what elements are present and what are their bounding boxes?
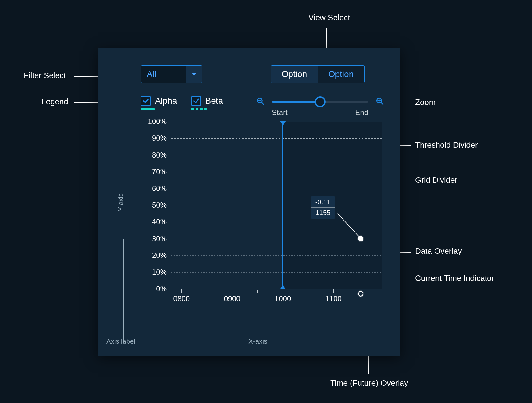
callout-legend: Legend: [42, 97, 68, 106]
y-tick-label: 90%: [136, 134, 167, 142]
y-tick-label: 10%: [136, 268, 167, 277]
x-tick-minor: [207, 290, 207, 293]
gridline: [171, 122, 382, 122]
x-tick-mark: [232, 289, 232, 293]
svg-line-4: [381, 102, 383, 105]
current-time-line: [282, 122, 283, 289]
svg-line-1: [261, 102, 264, 105]
y-tick-label: 100%: [136, 117, 167, 126]
legend-label-beta: Beta: [205, 96, 223, 106]
data-point[interactable]: [358, 236, 363, 241]
plot-area: 100%90%80%70%60%50%40%30%20%10%0%0800090…: [171, 122, 382, 289]
gridline: [171, 205, 382, 205]
gridline: [171, 155, 382, 155]
gridline: [171, 222, 382, 222]
threshold-line: [171, 138, 382, 139]
callout-filter-select: Filter Select: [24, 71, 66, 80]
y-tick-label: 70%: [136, 167, 167, 176]
x-tick-label: 0900: [224, 294, 240, 303]
gridline: [171, 189, 382, 189]
zoom-out-icon[interactable]: [256, 97, 264, 105]
current-time-arrow-bottom: [280, 285, 286, 289]
x-tick-mark: [181, 289, 182, 293]
current-time-arrow-top: [280, 121, 286, 125]
zoom-controls: Start End: [256, 96, 384, 118]
view-select: Option Option: [271, 65, 365, 83]
x-tick-mark: [333, 289, 334, 293]
chevron-down-icon: [192, 73, 197, 76]
legend: Alpha Beta: [141, 96, 223, 110]
legend-item-beta: Beta: [191, 96, 223, 110]
view-option-b[interactable]: Option: [318, 66, 364, 83]
filter-select[interactable]: All: [141, 65, 202, 83]
zoom-slider[interactable]: [272, 101, 368, 103]
slider-thumb[interactable]: [315, 96, 326, 107]
callout-zoom: Zoom: [415, 98, 435, 107]
checkbox-alpha[interactable]: [141, 96, 151, 106]
check-icon: [142, 98, 149, 104]
filter-select-value: All: [141, 66, 186, 83]
y-tick-label: 80%: [136, 151, 167, 159]
axis-label-caption: Axis label: [106, 337, 135, 345]
legend-swatch-solid: [141, 108, 155, 110]
y-tick-label: 0%: [136, 285, 167, 293]
slider-start-label: Start: [272, 108, 288, 117]
x-tick-label: 0800: [173, 294, 190, 303]
gridline: [171, 172, 382, 172]
view-option-a[interactable]: Option: [271, 66, 318, 83]
y-tick-label: 50%: [136, 201, 167, 209]
zoom-in-icon[interactable]: [376, 97, 384, 105]
tooltip-delta: -0.11: [315, 198, 331, 206]
gridline: [171, 272, 382, 273]
axis-guide-line: [123, 239, 124, 343]
callout-view-select: View Select: [308, 13, 350, 22]
callout-data-overlay: Data Overlay: [415, 246, 462, 256]
callout-grid: Grid Divider: [415, 175, 457, 185]
slider-fill: [272, 101, 320, 103]
callout-future-overlay: Time (Future) Overlay: [330, 378, 408, 388]
x-tick-minor: [308, 290, 308, 293]
x-axis-title: X-axis: [248, 337, 267, 345]
x-tick-label: 1100: [325, 294, 342, 303]
slider-end-label: End: [355, 108, 368, 117]
gridline: [171, 255, 382, 256]
x-tick-label: 1000: [275, 294, 291, 303]
y-tick-label: 30%: [136, 234, 167, 243]
axis-small-line: [157, 342, 240, 343]
legend-label-alpha: Alpha: [155, 96, 177, 106]
filter-caret-button[interactable]: [186, 66, 202, 83]
chart-panel: All Option Option Alpha Beta: [98, 48, 400, 356]
future-marker: [358, 291, 363, 297]
callout-current-time: Current Time Indicator: [415, 273, 494, 283]
y-tick-label: 40%: [136, 217, 167, 226]
checkbox-beta[interactable]: [191, 96, 201, 106]
chart-area: 100%90%80%70%60%50%40%30%20%10%0%0800090…: [127, 118, 385, 297]
check-icon: [193, 98, 200, 104]
x-tick-mark: [283, 289, 283, 293]
gridline: [171, 239, 382, 239]
legend-swatch-dashed: [191, 108, 207, 110]
plot-bg: 100%90%80%70%60%50%40%30%20%10%0%0800090…: [171, 122, 382, 289]
data-tooltip: -0.111155: [311, 196, 335, 219]
y-axis-title: Y-axis: [117, 193, 125, 211]
legend-item-alpha: Alpha: [141, 96, 177, 110]
y-tick-label: 20%: [136, 251, 167, 260]
tooltip-x: 1155: [315, 209, 331, 217]
gridline: [171, 289, 382, 289]
callout-threshold: Threshold Divider: [415, 140, 478, 150]
x-tick-minor: [257, 290, 258, 293]
y-tick-label: 60%: [136, 184, 167, 193]
